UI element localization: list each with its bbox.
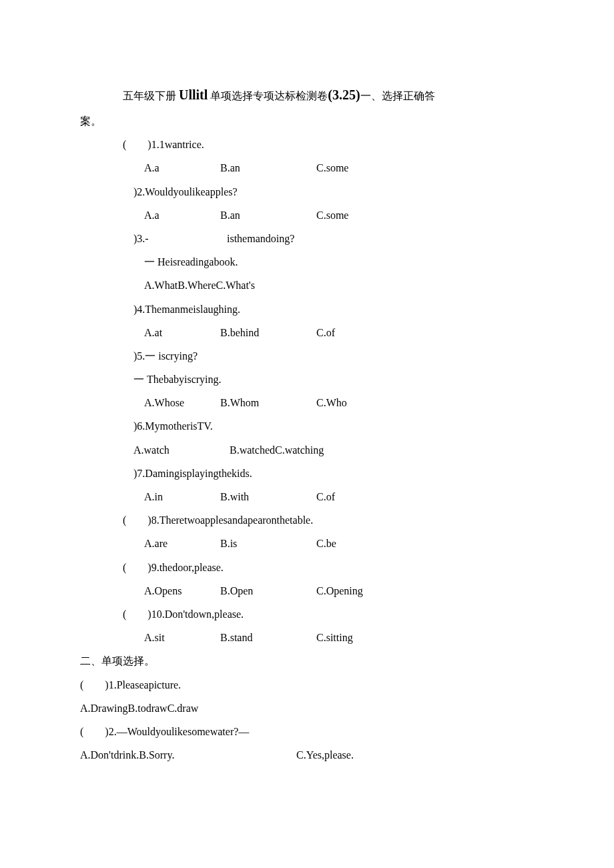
q4-num: )4.: [133, 304, 145, 315]
s2-q1-num: ( )1.: [80, 679, 117, 691]
q4-options: A.at B.behind C.of: [80, 321, 534, 344]
title-prefix: 五年级下册: [123, 90, 179, 101]
q4-opt-b: B.behind: [220, 321, 314, 344]
q1-opt-b: B.an: [220, 156, 314, 179]
s2-q2-opt-ab: A.Don'tdrink.B.Sorry.: [80, 743, 294, 767]
title-tail: 案。: [80, 109, 534, 133]
page-content: 五年级下册 Ullitl 单项选择专项达标检测卷(3.25)一、选择正确答 案。…: [0, 0, 614, 807]
section-2-heading: 二、单项选择。: [80, 649, 534, 673]
q6-options: A.watch B.watchedC.watching: [80, 438, 534, 462]
q9-opt-c: C.Opening: [316, 579, 363, 602]
q10-opt-c: C.sitting: [316, 626, 353, 649]
q6-opt-a: A.watch: [133, 438, 227, 462]
q4-text: Themanmeislaughing.: [145, 304, 240, 315]
q6-num: )6.: [133, 420, 145, 432]
q2-options: A.a B.an C.some: [80, 203, 534, 227]
q7-opt-b: B.with: [220, 485, 314, 508]
q7-options: A.in B.with C.of: [80, 485, 534, 508]
q2-opt-b: B.an: [220, 203, 314, 227]
s2-q2-opt-c: C.Yes,please.: [296, 743, 354, 767]
q5-opt-c: C.Who: [316, 391, 347, 414]
q10-opt-b: B.stand: [220, 626, 314, 649]
q1-text: 1wantrice.: [160, 139, 204, 150]
q2-opt-c: C.some: [316, 203, 348, 227]
q9-text: thedoor,please.: [160, 562, 224, 573]
q1-num: ( )1.: [123, 139, 160, 150]
q9-opt-a: A.Opens: [144, 579, 218, 602]
q5-text: 一 iscrying?: [145, 350, 198, 362]
q4-opt-a: A.at: [144, 321, 218, 344]
s2-q1-text: Pleaseapicture.: [117, 679, 181, 691]
question-8: ( )8.Theretwoapplesandapearonthetable.: [80, 508, 534, 532]
s2-q1-options: A.DrawingB.todrawC.draw: [80, 697, 534, 720]
q9-num: ( )9.: [123, 562, 160, 573]
q2-text: Wouldyoulikeapples?: [145, 186, 237, 197]
q10-num: ( )10.: [123, 608, 165, 620]
q8-opt-c: C.be: [316, 532, 336, 555]
q5-answer: 一 Thebabyiscrying.: [80, 368, 534, 391]
q7-opt-a: A.in: [144, 485, 218, 508]
q10-opt-a: A.sit: [144, 626, 218, 649]
q8-text: Theretwoapplesandapearonthetable.: [160, 514, 314, 526]
title-section: 一、选择正确答: [360, 90, 435, 101]
q3-options: A.WhatB.WhereC.What's: [80, 274, 534, 297]
q1-opt-a: A.a: [144, 156, 218, 179]
q6-opt-bc: B.watchedC.watching: [230, 438, 324, 462]
question-5: )5.一 iscrying?: [80, 344, 534, 368]
question-6: )6.MymotherisTV.: [80, 414, 534, 438]
q6-text: MymotherisTV.: [145, 420, 212, 432]
q7-opt-c: C.of: [316, 485, 335, 508]
q10-text: Don'tdown,please.: [165, 608, 244, 620]
q5-opt-b: B.Whom: [220, 391, 314, 414]
question-2: )2.Wouldyoulikeapples?: [80, 180, 534, 203]
q9-options: A.Opens B.Open C.Opening: [80, 579, 534, 602]
question-3: )3.-isthemandoing?: [80, 227, 534, 250]
s2-q2-num: ( )2.: [80, 726, 117, 737]
q3-answer: 一 Heisreadingabook.: [80, 250, 534, 274]
q2-opt-a: A.a: [144, 203, 218, 227]
q7-num: )7.: [133, 468, 145, 479]
q1-options: A.a B.an C.some: [80, 156, 534, 179]
question-4: )4.Themanmeislaughing.: [80, 298, 534, 321]
s2-question-2: ( )2.—Wouldyoulikesomewater?—: [80, 720, 534, 743]
q9-opt-b: B.Open: [220, 579, 314, 602]
q8-opt-a: A.are: [144, 532, 218, 555]
q7-text: Damingisplayingthekids.: [145, 468, 252, 479]
s2-q2-text: —Wouldyoulikesomewater?—: [117, 726, 250, 737]
title-mid: 单项选择专项达标检测卷: [208, 90, 328, 101]
title-paren: (3.25): [328, 87, 360, 102]
question-1: ( )1.1wantrice.: [80, 133, 534, 156]
s2-q2-options: A.Don'tdrink.B.Sorry. C.Yes,please.: [80, 743, 534, 767]
title-code: Ullitl: [179, 87, 208, 102]
s2-question-1: ( )1.Pleaseapicture.: [80, 673, 534, 697]
q8-num: ( )8.: [123, 514, 160, 526]
q3-num: )3.-: [133, 227, 227, 250]
q5-opt-a: A.Whose: [144, 391, 218, 414]
q3-text: isthemandoing?: [227, 233, 294, 244]
q10-options: A.sit B.stand C.sitting: [80, 626, 534, 649]
q4-opt-c: C.of: [316, 321, 335, 344]
q5-num: )5.: [133, 350, 145, 362]
question-7: )7.Damingisplayingthekids.: [80, 462, 534, 485]
question-9: ( )9.thedoor,please.: [80, 556, 534, 579]
q5-options: A.Whose B.Whom C.Who: [80, 391, 534, 414]
title-line: 五年级下册 Ullitl 单项选择专项达标检测卷(3.25)一、选择正确答: [80, 80, 534, 109]
q2-num: )2.: [133, 186, 145, 197]
q1-opt-c: C.some: [316, 156, 348, 179]
q8-opt-b: B.is: [220, 532, 314, 555]
question-10: ( )10.Don'tdown,please.: [80, 602, 534, 626]
q8-options: A.are B.is C.be: [80, 532, 534, 555]
